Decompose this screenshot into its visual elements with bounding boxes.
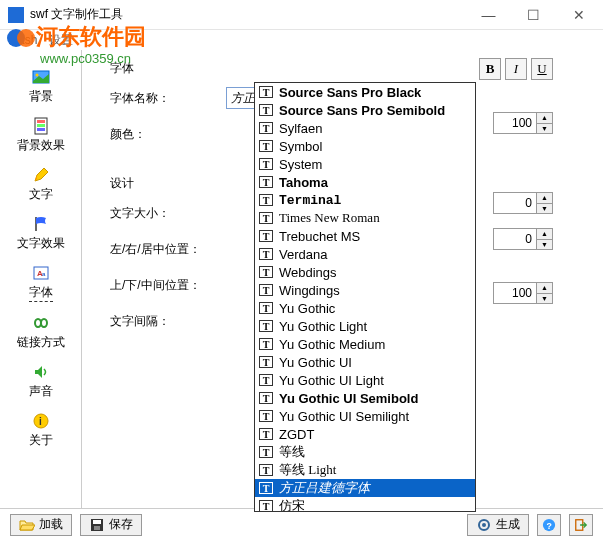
- bold-button[interactable]: B: [479, 58, 501, 80]
- font-option[interactable]: TYu Gothic UI: [255, 353, 475, 371]
- label-spacing: 文字间隔：: [110, 313, 226, 330]
- font-type-icon: T: [259, 338, 273, 350]
- font-option-label: Terminal: [279, 193, 341, 208]
- app-icon: [8, 7, 24, 23]
- spinner-3[interactable]: ▲▼: [493, 228, 553, 250]
- font-option-label: Source Sans Pro Black: [279, 85, 421, 100]
- font-option-label: 等线 Light: [279, 461, 336, 479]
- load-label: 加载: [39, 516, 63, 533]
- svg-rect-17: [94, 526, 100, 530]
- font-option-label: Yu Gothic UI Semibold: [279, 391, 418, 406]
- font-option-label: 等线: [279, 443, 305, 461]
- generate-button[interactable]: 生成: [467, 514, 529, 536]
- exit-button[interactable]: [569, 514, 593, 536]
- chevron-down-icon[interactable]: ▼: [537, 240, 552, 250]
- font-option[interactable]: TSymbol: [255, 137, 475, 155]
- sidebar-item-font[interactable]: Aa 字体: [0, 262, 81, 304]
- image-icon: [32, 68, 50, 86]
- chevron-down-icon[interactable]: ▼: [537, 124, 552, 134]
- font-option[interactable]: TYu Gothic Light: [255, 317, 475, 335]
- font-type-icon: T: [259, 428, 273, 440]
- font-option[interactable]: TWebdings: [255, 263, 475, 281]
- font-option[interactable]: T仿宋: [255, 497, 475, 512]
- font-option[interactable]: TYu Gothic UI Light: [255, 371, 475, 389]
- load-button[interactable]: 加载: [10, 514, 72, 536]
- chevron-up-icon[interactable]: ▲: [537, 113, 552, 124]
- font-option[interactable]: TVerdana: [255, 245, 475, 263]
- chevron-down-icon[interactable]: ▼: [537, 294, 552, 304]
- minimize-button[interactable]: —: [466, 0, 511, 30]
- font-type-icon: T: [259, 140, 273, 152]
- font-option[interactable]: TSource Sans Pro Black: [255, 83, 475, 101]
- font-option-label: Yu Gothic Light: [279, 319, 367, 334]
- chevron-down-icon[interactable]: ▼: [537, 204, 552, 214]
- spinner-1-input[interactable]: [494, 113, 536, 133]
- font-icon: Aa: [32, 264, 50, 282]
- svg-point-19: [482, 523, 486, 527]
- spinner-3-input[interactable]: [494, 229, 536, 249]
- font-option[interactable]: TTimes New Roman: [255, 209, 475, 227]
- sidebar-item-about[interactable]: i 关于: [0, 410, 81, 451]
- menu-flash[interactable]: Flash: [8, 33, 37, 47]
- close-button[interactable]: ✕: [556, 0, 601, 30]
- sidebar-item-link[interactable]: 链接方式: [0, 312, 81, 353]
- label-valign: 上/下/中间位置：: [110, 277, 226, 294]
- sidebar-item-label: 声音: [29, 383, 53, 400]
- menu-bar: Flash 设置: [0, 30, 603, 50]
- font-option[interactable]: TSylfaen: [255, 119, 475, 137]
- sidebar-item-background-effect[interactable]: 背景效果: [0, 115, 81, 156]
- font-dropdown-list[interactable]: TSource Sans Pro BlackTSource Sans Pro S…: [254, 82, 476, 512]
- font-type-icon: T: [259, 374, 273, 386]
- font-option[interactable]: TWingdings: [255, 281, 475, 299]
- font-option[interactable]: TYu Gothic UI Semilight: [255, 407, 475, 425]
- font-type-icon: T: [259, 212, 273, 224]
- font-option-label: Trebuchet MS: [279, 229, 360, 244]
- spinner-1[interactable]: ▲▼: [493, 112, 553, 134]
- font-option[interactable]: TYu Gothic UI Semibold: [255, 389, 475, 407]
- font-option[interactable]: T等线: [255, 443, 475, 461]
- font-type-icon: T: [259, 464, 273, 476]
- save-button[interactable]: 保存: [80, 514, 142, 536]
- font-option-label: Yu Gothic UI Semilight: [279, 409, 409, 424]
- window-title: swf 文字制作工具: [30, 6, 466, 23]
- font-type-icon: T: [259, 248, 273, 260]
- label-halign: 左/右/居中位置：: [110, 241, 226, 258]
- font-option[interactable]: TSystem: [255, 155, 475, 173]
- font-option[interactable]: T等线 Light: [255, 461, 475, 479]
- svg-text:i: i: [39, 416, 42, 427]
- font-option[interactable]: TTahoma: [255, 173, 475, 191]
- font-option[interactable]: TYu Gothic: [255, 299, 475, 317]
- sidebar-item-label: 背景效果: [17, 137, 65, 154]
- help-button[interactable]: ?: [537, 514, 561, 536]
- sidebar-item-text[interactable]: 文字: [0, 164, 81, 205]
- spinner-2[interactable]: ▲▼: [493, 192, 553, 214]
- chevron-up-icon[interactable]: ▲: [537, 283, 552, 294]
- spinner-2-input[interactable]: [494, 193, 536, 213]
- chevron-up-icon[interactable]: ▲: [537, 229, 552, 240]
- font-option-label: Yu Gothic: [279, 301, 335, 316]
- chevron-up-icon[interactable]: ▲: [537, 193, 552, 204]
- sidebar-item-text-effect[interactable]: 文字效果: [0, 213, 81, 254]
- font-option[interactable]: TTrebuchet MS: [255, 227, 475, 245]
- folder-open-icon: [19, 517, 35, 533]
- font-option[interactable]: TSource Sans Pro Semibold: [255, 101, 475, 119]
- font-option[interactable]: T方正吕建德字体: [255, 479, 475, 497]
- underline-button[interactable]: U: [531, 58, 553, 80]
- font-option[interactable]: TTerminal: [255, 191, 475, 209]
- sidebar-item-label: 文字: [29, 186, 53, 203]
- menu-settings[interactable]: 设置: [49, 32, 73, 49]
- sidebar-item-sound[interactable]: 声音: [0, 361, 81, 402]
- font-option[interactable]: TYu Gothic Medium: [255, 335, 475, 353]
- font-type-icon: T: [259, 500, 273, 512]
- font-option[interactable]: TZGDT: [255, 425, 475, 443]
- italic-button[interactable]: I: [505, 58, 527, 80]
- label-font-size: 文字大小：: [110, 205, 226, 222]
- spinner-4[interactable]: ▲▼: [493, 282, 553, 304]
- title-bar: swf 文字制作工具 — ☐ ✕: [0, 0, 603, 30]
- sidebar-item-background[interactable]: 背景: [0, 66, 81, 107]
- font-type-icon: T: [259, 266, 273, 278]
- svg-text:?: ?: [546, 520, 551, 530]
- maximize-button[interactable]: ☐: [511, 0, 556, 30]
- spinner-4-input[interactable]: [494, 283, 536, 303]
- font-option-label: Verdana: [279, 247, 327, 262]
